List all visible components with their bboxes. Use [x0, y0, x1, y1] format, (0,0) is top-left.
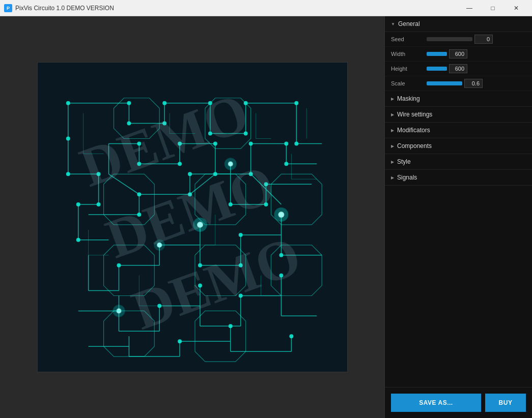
svg-point-94: [248, 141, 253, 145]
seed-slider[interactable]: [427, 37, 472, 41]
wire-settings-section-label: Wire settings: [397, 111, 432, 118]
general-section-header[interactable]: ▼ General: [385, 16, 532, 32]
right-panel: ▼ General Seed 0 Width 600: [384, 16, 532, 418]
modificators-arrow-icon: ▶: [391, 128, 394, 133]
svg-point-76: [162, 101, 166, 105]
svg-point-85: [66, 137, 70, 141]
general-arrow-icon: ▼: [391, 22, 395, 26]
svg-point-100: [284, 162, 288, 166]
height-row: Height 600: [385, 62, 532, 76]
svg-point-90: [76, 238, 80, 242]
signals-arrow-icon: ▶: [391, 175, 394, 180]
maximize-button[interactable]: □: [481, 0, 505, 16]
width-label: Width: [391, 51, 427, 57]
svg-point-74: [66, 101, 70, 105]
seed-value[interactable]: 0: [474, 35, 493, 44]
style-arrow-icon: ▶: [391, 160, 394, 164]
window-controls: — □ ✕: [458, 0, 528, 16]
style-section-header[interactable]: ▶ Style: [385, 154, 532, 170]
save-as-button[interactable]: SAVE AS...: [391, 394, 481, 412]
height-slider[interactable]: [427, 67, 447, 71]
svg-point-89: [76, 202, 80, 206]
components-section-label: Components: [397, 142, 432, 150]
canvas-area: DEMO DEMO DEMO: [0, 16, 384, 418]
width-control: 600: [427, 49, 526, 58]
svg-point-101: [188, 172, 192, 176]
general-section-label: General: [398, 20, 420, 27]
svg-point-88: [96, 202, 100, 206]
masking-section-header[interactable]: ▶ Masking: [385, 91, 532, 107]
main-container: DEMO DEMO DEMO: [0, 16, 532, 418]
seed-label: Seed: [391, 36, 427, 42]
height-value[interactable]: 600: [449, 64, 467, 73]
scale-slider[interactable]: [427, 81, 462, 85]
seed-control: 0: [427, 35, 526, 44]
panel-footer: SAVE AS... BUY: [385, 387, 532, 418]
svg-point-123: [228, 324, 232, 328]
width-slider[interactable]: [427, 52, 447, 56]
svg-point-95: [284, 141, 288, 145]
svg-point-122: [178, 339, 182, 343]
scale-row: Scale 0.6: [385, 76, 532, 91]
signals-section-label: Signals: [397, 174, 417, 181]
width-value[interactable]: 600: [449, 49, 467, 58]
style-section-label: Style: [397, 158, 411, 165]
height-label: Height: [391, 66, 427, 72]
svg-point-79: [294, 101, 298, 105]
circuit-canvas: DEMO DEMO DEMO: [37, 62, 348, 372]
svg-point-84: [294, 141, 298, 145]
svg-point-86: [66, 172, 70, 176]
svg-point-103: [137, 192, 141, 196]
masking-arrow-icon: ▶: [391, 97, 394, 101]
scale-label: Scale: [391, 80, 427, 86]
close-button[interactable]: ✕: [505, 0, 528, 16]
circuit-board-svg: DEMO DEMO DEMO: [38, 63, 347, 372]
signals-section-header[interactable]: ▶ Signals: [385, 170, 532, 186]
width-row: Width 600: [385, 47, 532, 62]
panel-content: ▼ General Seed 0 Width 600: [385, 16, 532, 387]
masking-section-label: Masking: [397, 95, 420, 102]
height-control: 600: [427, 64, 526, 73]
buy-button[interactable]: BUY: [485, 394, 526, 412]
components-section-header[interactable]: ▶ Components: [385, 138, 532, 154]
svg-point-112: [238, 233, 242, 237]
svg-point-75: [127, 101, 131, 105]
app-title: PixVis Circuito 1.0 DEMO VERSION: [15, 5, 458, 12]
components-arrow-icon: ▶: [391, 144, 394, 148]
scale-control: 0.6: [427, 79, 526, 88]
wire-settings-arrow-icon: ▶: [391, 112, 394, 117]
title-bar: P PixVis Circuito 1.0 DEMO VERSION — □ ✕: [0, 0, 532, 16]
scale-value[interactable]: 0.6: [464, 79, 483, 88]
svg-point-124: [289, 334, 293, 338]
minimize-button[interactable]: —: [458, 0, 481, 16]
modificators-section-label: Modificators: [397, 127, 430, 134]
seed-row: Seed 0: [385, 32, 532, 47]
app-icon: P: [4, 4, 12, 12]
wire-settings-section-header[interactable]: ▶ Wire settings: [385, 107, 532, 123]
modificators-section-header[interactable]: ▶ Modificators: [385, 123, 532, 138]
